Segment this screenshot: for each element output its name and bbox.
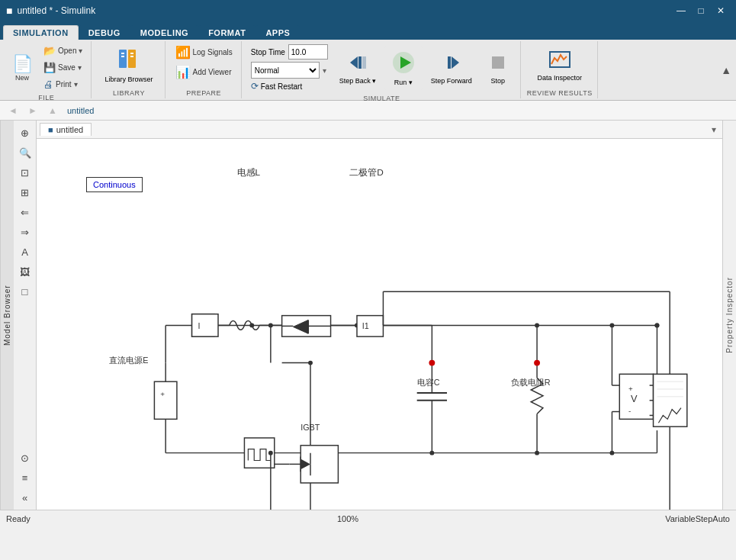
- svg-rect-37: [357, 316, 383, 337]
- zoom-fit-button[interactable]: ⊕: [16, 124, 34, 142]
- svg-point-68: [609, 451, 614, 455]
- library-icon: [117, 48, 140, 74]
- log-signals-button[interactable]: 📶 Log Signals: [172, 43, 236, 62]
- v-label: V: [631, 393, 638, 404]
- save-arrow: ▾: [78, 63, 82, 72]
- svg-rect-1: [128, 50, 136, 68]
- settings-button1[interactable]: ⊙: [16, 449, 34, 467]
- right-sidebar-panel[interactable]: Property Inspector: [722, 121, 736, 510]
- run-label: Run ▾: [394, 79, 413, 86]
- canvas-tab-arrow[interactable]: ▾: [709, 124, 719, 135]
- print-arrow: ▾: [74, 80, 78, 89]
- prepare-group: 📶 Log Signals 📊 Add Viewer PREPARE: [167, 41, 242, 98]
- step-forward-icon: [441, 52, 462, 76]
- library-group-label: LIBRARY: [113, 89, 145, 97]
- svg-text:-: -: [628, 407, 631, 415]
- image-button[interactable]: 🖼: [16, 262, 34, 281]
- open-button[interactable]: 📂 Open ▾: [40, 43, 86, 59]
- ribbon-expand-arrow[interactable]: ▲: [718, 41, 734, 98]
- ribbon: 📄 New 📂 Open ▾ 💾 Save ▾ 🖨 Print ▾: [0, 40, 736, 101]
- svg-rect-8: [362, 56, 366, 69]
- settings-button2[interactable]: ≡: [16, 468, 34, 487]
- svg-text:+: +: [628, 385, 633, 393]
- svg-rect-2: [121, 53, 124, 54]
- svg-rect-7: [358, 56, 362, 69]
- step-forward-label: Step Forward: [431, 77, 472, 85]
- close-button[interactable]: ✕: [712, 2, 730, 19]
- stop-button[interactable]: Stop: [480, 48, 516, 89]
- canvas-tab[interactable]: ■ untitled: [40, 123, 92, 136]
- svg-point-89: [268, 451, 273, 455]
- circuit-diagram: 电感L 二极管D 直流电源E +: [37, 160, 722, 510]
- zoom-out-button[interactable]: ⊡: [16, 163, 34, 182]
- library-browser-button[interactable]: Library Browser: [98, 44, 159, 87]
- nav-up-button[interactable]: ▲: [44, 103, 61, 118]
- maximize-button[interactable]: □: [692, 2, 710, 19]
- svg-point-48: [535, 323, 539, 327]
- simulation-mode-select[interactable]: Normal Accelerator: [251, 62, 320, 79]
- svg-rect-15: [154, 381, 177, 419]
- tab-apps[interactable]: APPS: [256, 25, 300, 40]
- fast-restart-label: Fast Restart: [261, 82, 302, 91]
- tab-simulation[interactable]: SIMULATION: [3, 25, 79, 40]
- new-icon: 📄: [12, 54, 33, 74]
- add-viewer-button[interactable]: 📊 Add Viewer: [172, 63, 236, 82]
- run-icon: [391, 50, 416, 77]
- nav-back-button[interactable]: ◄: [5, 103, 21, 118]
- tab-format[interactable]: FORMAT: [198, 25, 256, 40]
- app-icon: ■: [6, 5, 12, 17]
- collapse-button[interactable]: «: [16, 488, 34, 507]
- rectangle-button[interactable]: □: [16, 282, 34, 301]
- review-group-label: REVIEW RESULTS: [527, 89, 593, 97]
- title-bar-controls: — □ ✕: [672, 2, 730, 19]
- print-label: Print: [56, 80, 72, 89]
- file-group-content: 📄 New 📂 Open ▾ 💾 Save ▾ 🖨 Print ▾: [6, 43, 86, 92]
- file-group: 📄 New 📂 Open ▾ 💾 Save ▾ 🖨 Print ▾: [2, 41, 92, 98]
- arrow-right-button[interactable]: ⇒: [16, 223, 34, 241]
- nav-bar: ◄ ► ▲ untitled: [0, 101, 736, 121]
- text-button[interactable]: A: [16, 243, 34, 261]
- print-button[interactable]: 🖨 Print ▾: [40, 76, 86, 92]
- svg-point-94: [429, 360, 435, 366]
- step-back-label: Step Back ▾: [339, 77, 376, 85]
- add-viewer-icon: 📊: [175, 65, 191, 79]
- step-forward-button[interactable]: Step Forward: [424, 48, 479, 89]
- data-inspector-button[interactable]: Data Inspector: [531, 45, 590, 85]
- main-area: Model Browser ⊕ 🔍 ⊡ ⊞ ⇐ ⇒ A 🖼 □ ⊙ ≡ « ■ …: [0, 121, 736, 510]
- minimize-button[interactable]: —: [672, 2, 690, 19]
- stop-time-input[interactable]: [288, 44, 328, 60]
- svg-text:+: +: [160, 390, 165, 398]
- prepare-group-content: 📶 Log Signals 📊 Add Viewer: [172, 43, 236, 88]
- log-signals-label: Log Signals: [193, 48, 233, 56]
- tab-modeling[interactable]: MODELING: [130, 25, 198, 40]
- svg-rect-3: [121, 56, 124, 57]
- svg-point-67: [535, 451, 539, 455]
- step-back-button[interactable]: Step Back ▾: [333, 48, 383, 89]
- run-button[interactable]: Run ▾: [384, 47, 423, 90]
- library-label: Library Browser: [104, 76, 153, 83]
- zoom-region-button[interactable]: ⊞: [16, 183, 34, 201]
- svg-point-91: [268, 323, 273, 327]
- svg-point-95: [534, 360, 540, 366]
- prepare-group-label: PREPARE: [186, 89, 221, 97]
- zoom-in-button[interactable]: 🔍: [16, 143, 34, 162]
- stop-time-area: Stop Time Normal Accelerator ▾ ⟳ Fast Re…: [248, 43, 331, 93]
- title-bar-left: ■ untitled * - Simulink: [6, 5, 95, 17]
- stop-icon: [487, 52, 509, 76]
- simulink-canvas[interactable]: Continuous 电感L 二极管D 直流电源E +: [37, 139, 722, 510]
- dc-source-label: 直流电源E: [109, 356, 148, 365]
- save-button[interactable]: 💾 Save ▾: [40, 60, 86, 76]
- status-zoom: 100%: [337, 514, 358, 523]
- svg-rect-13: [492, 56, 504, 69]
- ribbon-tabs: SIMULATION DEBUG MODELING FORMAT APPS: [0, 21, 736, 40]
- inductor-label: 电感L: [237, 167, 261, 178]
- open-icon: 📂: [43, 45, 56, 56]
- title-bar: ■ untitled * - Simulink — □ ✕: [0, 0, 736, 21]
- tab-debug[interactable]: DEBUG: [79, 25, 130, 40]
- nav-forward-button[interactable]: ►: [24, 103, 41, 118]
- left-browser-panel[interactable]: Model Browser: [0, 121, 14, 510]
- arrow-left-button[interactable]: ⇐: [16, 203, 34, 221]
- open-arrow: ▾: [79, 47, 82, 55]
- new-button[interactable]: 📄 New: [6, 51, 38, 85]
- fast-restart-icon: ⟳: [251, 81, 259, 92]
